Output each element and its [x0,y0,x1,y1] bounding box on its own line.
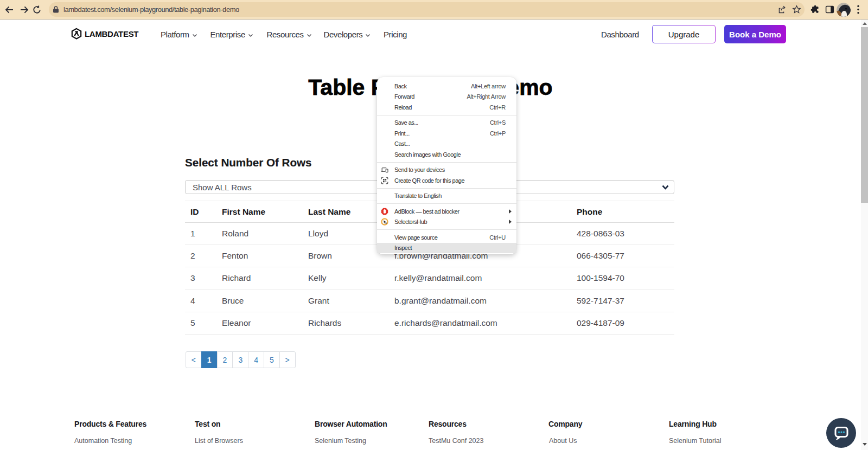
cell-phone: 100-1594-70 [571,267,674,290]
pagination-page-2[interactable]: 2 [217,351,233,368]
vertical-scrollbar[interactable] [861,20,868,450]
chat-widget-button[interactable] [826,418,856,448]
menu-dots-icon[interactable] [855,4,861,15]
site-nav: LAMBDATEST Platform Enterprise Resources… [0,20,861,49]
pagination-prev[interactable]: < [186,351,202,368]
menu-separator [377,229,517,230]
cell-first-name: Roland [216,223,303,245]
pagination: < 1 2 3 4 5 > [186,351,296,368]
table-row: 3 Richard Kelly r.kelly@randatmail.com 1… [185,267,674,290]
chevron-down-icon [365,34,371,37]
menu-item-create-qr[interactable]: Create QR code for this page [377,175,517,186]
forward-icon[interactable] [20,5,29,15]
footer-link[interactable]: List of Browsers [195,437,243,445]
menu-item-reload[interactable]: Reload Ctrl+R [377,102,517,113]
footer-heading: Products & Features [74,420,146,428]
menu-separator [377,203,517,204]
nav-item-enterprise[interactable]: Enterprise [210,30,253,39]
footer-link[interactable]: About Us [549,437,577,445]
footer-link[interactable]: TestMu Conf 2023 [429,437,483,445]
nav-item-pricing[interactable]: Pricing [384,30,407,39]
menu-separator [377,162,517,163]
footer-heading: Company [548,420,582,428]
footer-heading: Browser Automation [315,420,387,428]
cell-phone: 428-0863-03 [571,223,674,245]
cell-id: 1 [185,223,216,245]
col-header-first-name: First Name [216,201,303,223]
submenu-arrow-icon [509,209,512,214]
pagination-page-4[interactable]: 4 [248,351,264,368]
cell-phone: 592-7147-37 [571,290,674,312]
pagination-next[interactable]: > [279,351,296,368]
chat-bubble-icon [833,426,850,441]
address-bar[interactable]: lambdatest.com/selenium-playground/table… [49,2,805,17]
pagination-page-3[interactable]: 3 [232,351,248,368]
cell-first-name: Richard [216,267,303,290]
qr-code-icon [381,177,388,184]
footer-link[interactable]: Automation Testing [74,437,132,445]
cell-last-name: Grant [303,290,389,312]
pagination-page-1[interactable]: 1 [201,351,218,368]
back-icon[interactable] [4,5,14,15]
footer-link[interactable]: Selenium Tutorial [669,437,722,445]
scrollbar-thumb[interactable] [861,27,868,203]
chevron-down-icon [662,185,669,190]
scrollbar-up-arrow[interactable] [863,22,867,25]
side-panel-icon[interactable] [825,5,834,14]
cell-phone: 066-4305-77 [571,245,674,267]
upgrade-button[interactable]: Upgrade [652,25,716,43]
menu-item-cast[interactable]: Cast... [377,139,517,150]
bookmark-star-icon[interactable] [792,5,801,14]
menu-item-search-images[interactable]: Search images with Google [377,149,517,160]
nav-item-resources[interactable]: Resources [267,30,312,39]
cell-phone: 029-4187-09 [571,312,674,334]
menu-separator [377,188,517,189]
nav-item-platform[interactable]: Platform [161,30,197,39]
menu-item-save-as[interactable]: Save as... Ctrl+S [377,118,517,128]
devices-icon [381,166,388,173]
cell-id: 5 [185,312,216,334]
profile-avatar[interactable] [837,3,851,17]
cell-id: 4 [185,290,216,312]
cell-last-name: Kelly [303,267,389,290]
menu-item-forward[interactable]: Forward Alt+Right Arrow [377,92,517,102]
menu-separator [377,115,517,115]
scrollbar-down-arrow[interactable] [863,443,867,446]
cell-last-name: Brown [303,245,389,267]
section-heading: Select Number Of Rows [185,157,311,169]
cell-id: 2 [185,245,216,267]
browser-window: lambdatest.com/selenium-playground/table… [0,0,868,450]
lambdatest-logo-icon [71,28,82,40]
pagination-page-5[interactable]: 5 [264,351,280,368]
url-text[interactable]: lambdatest.com/selenium-playground/table… [63,5,777,14]
cell-last-name: Richards [303,312,389,334]
cell-last-name: Lloyd [303,223,389,245]
col-header-id: ID [185,201,216,223]
book-a-demo-button[interactable]: Book a Demo [724,25,786,43]
share-icon[interactable] [777,5,787,14]
cell-id: 3 [185,267,216,290]
extensions-puzzle-icon[interactable] [810,5,820,14]
menu-item-back[interactable]: Back Alt+Left arrow [377,81,517,92]
menu-item-adblock[interactable]: AdBlock — best ad blocker [377,206,517,217]
cell-first-name: Eleanor [216,312,303,334]
nav-item-developers[interactable]: Developers [324,30,371,39]
selectorshub-icon [381,218,388,226]
footer-link[interactable]: Selenium Testing [315,437,366,445]
menu-item-print[interactable]: Print... Ctrl+P [377,128,517,139]
browser-toolbar: lambdatest.com/selenium-playground/table… [0,0,868,20]
chevron-down-icon [248,34,253,37]
menu-item-send-to-devices[interactable]: Send to your devices [377,165,517,176]
menu-item-translate[interactable]: Translate to English [377,191,517,202]
reload-icon[interactable] [33,5,41,14]
lambdatest-logo[interactable]: LAMBDATEST [71,28,138,40]
context-menu: Back Alt+Left arrow Forward Alt+Right Ar… [377,77,517,255]
menu-item-view-source[interactable]: View page source Ctrl+U [377,232,517,243]
lambdatest-logo-text: LAMBDATEST [85,29,138,38]
footer-heading: Test on [195,420,220,428]
cell-email: b.grant@randatmail.com [389,290,571,312]
nav-dashboard-link[interactable]: Dashboard [601,30,639,39]
menu-item-selectorshub[interactable]: SelectorsHub [377,217,517,228]
menu-item-inspect[interactable]: Inspect [377,243,517,254]
chevron-down-icon [307,34,312,37]
